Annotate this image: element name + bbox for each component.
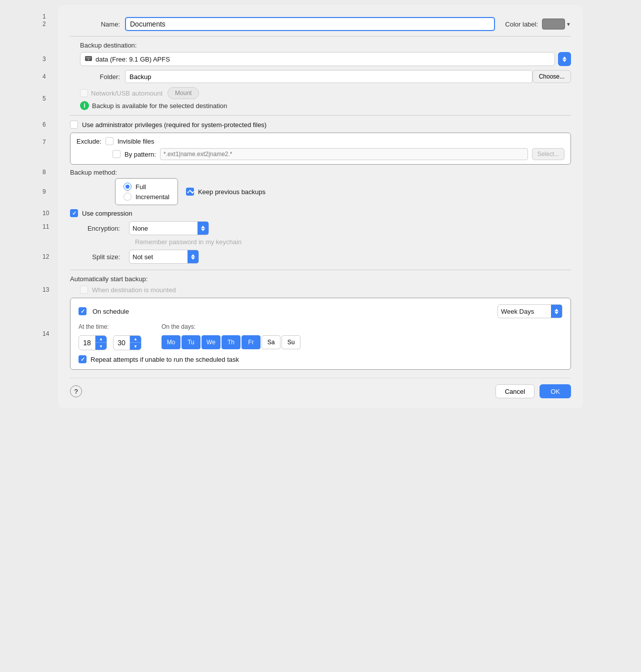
frequency-stepper[interactable] <box>551 305 562 318</box>
svg-point-2 <box>88 59 90 60</box>
select-button[interactable]: Select... <box>532 148 564 160</box>
method-box-section: 9 Full Incremental ✓ Keep previous b <box>115 178 571 205</box>
name-input[interactable] <box>125 17 495 31</box>
remember-text: Remember password in my keychain <box>135 238 242 246</box>
mount-button[interactable]: Mount <box>168 87 199 99</box>
day-button-we[interactable]: We <box>202 335 220 349</box>
by-pattern-label: By pattern: <box>124 151 156 158</box>
split-size-row: 12 Split size: Not set <box>70 250 571 264</box>
destination-stepper[interactable] <box>558 52 571 66</box>
destination-value: data (Free: 9.1 GB) APFS <box>96 56 550 63</box>
encryption-stepper[interactable] <box>198 222 208 235</box>
day-button-th[interactable]: Th <box>222 335 240 349</box>
on-schedule-checkbox[interactable]: ✓ <box>78 307 86 315</box>
split-stepper[interactable] <box>188 250 198 263</box>
minute-up-arrow[interactable]: ▲ <box>130 336 141 343</box>
full-radio-row: Full <box>124 183 170 191</box>
encryption-section: 11 Encryption: None Remember password in… <box>70 221 571 246</box>
split-size-value: Not set <box>132 253 186 261</box>
automount-area: Network/USB automount <box>80 89 162 97</box>
line-12: 12 <box>42 253 49 260</box>
automount-checkbox[interactable] <box>80 89 88 97</box>
compression-checkbox[interactable]: ✓ <box>70 209 78 217</box>
day-button-tu[interactable]: Tu <box>182 335 200 349</box>
frequency-select[interactable]: Week Days <box>498 304 562 318</box>
encryption-select[interactable]: None <box>129 221 209 235</box>
line-14: 14 <box>42 330 49 337</box>
line-13: 13 <box>42 286 49 293</box>
enc-chevrons <box>201 226 205 231</box>
ok-button[interactable]: OK <box>540 384 571 398</box>
chevron-down-icon <box>562 60 566 62</box>
compression-row: 10 ✓ Use compression <box>70 209 571 217</box>
method-area: Full Incremental ✓ Keep previous backups <box>115 178 571 205</box>
hour-down-arrow[interactable]: ▼ <box>96 343 106 350</box>
full-radio[interactable] <box>124 183 132 191</box>
line-9: 9 <box>42 188 46 195</box>
time-days-row: At the time: 18 ▲ ▼ 30 <box>78 323 562 350</box>
enc-down-icon <box>201 229 205 231</box>
choose-button[interactable]: Choose... <box>532 70 571 83</box>
compression-check-icon: ✓ <box>72 210 76 217</box>
mount-row: Network/USB automount Mount <box>80 87 571 99</box>
repeat-checkbox[interactable]: ✓ <box>78 355 86 363</box>
remember-row: Remember password in my keychain <box>135 238 571 246</box>
split-down-icon <box>191 257 195 260</box>
split-size-select[interactable]: Not set <box>129 250 199 264</box>
info-text: Backup is available for the selected des… <box>92 102 227 110</box>
day-button-su[interactable]: Su <box>282 335 300 349</box>
line-4: 4 <box>42 73 46 80</box>
exclude-section: 7 Exclude: Invisible files By pattern: S… <box>70 133 571 165</box>
hour-value: 18 <box>79 338 95 348</box>
at-time-label: At the time: <box>78 323 142 330</box>
invisible-files-checkbox[interactable] <box>106 137 114 145</box>
color-label-area: Color label: ▼ <box>505 19 571 30</box>
schedule-section: 14 ✓ On schedule Week Days <box>70 298 571 370</box>
line-6: 6 <box>42 121 46 128</box>
minute-arrows[interactable]: ▲ ▼ <box>130 336 141 350</box>
destination-field[interactable]: data (Free: 9.1 GB) APFS <box>80 52 555 66</box>
hour-up-arrow[interactable]: ▲ <box>96 336 106 343</box>
line-3: 3 <box>42 56 46 63</box>
dialog-footer: ? Cancel OK <box>70 378 571 398</box>
minute-stepper[interactable]: 30 ▲ ▼ <box>113 335 142 350</box>
folder-input[interactable] <box>125 70 532 83</box>
cancel-button[interactable]: Cancel <box>496 384 534 398</box>
auto-backup-section: Automatically start backup: <box>70 275 571 283</box>
incremental-radio[interactable] <box>124 193 132 201</box>
keep-backups-checkbox[interactable]: ✓ <box>186 188 194 196</box>
split-up-icon <box>191 254 195 257</box>
repeat-label: Repeat attempts if unable to run the sch… <box>90 356 239 363</box>
color-chevron[interactable]: ▼ <box>566 22 571 27</box>
exclude-label: Exclude: <box>76 138 102 145</box>
admin-row: 6 Use administrator privileges (required… <box>70 121 571 129</box>
color-swatch[interactable] <box>542 19 565 30</box>
destination-row: 3 data (Free: 9.1 GB) APFS <box>80 52 571 66</box>
by-pattern-checkbox[interactable] <box>112 150 120 158</box>
hour-stepper[interactable]: 18 ▲ ▼ <box>78 335 107 350</box>
freq-up-icon <box>554 309 558 311</box>
day-button-sa[interactable]: Sa <box>262 335 280 349</box>
day-button-mo[interactable]: Mo <box>162 335 180 349</box>
help-button[interactable]: ? <box>70 385 82 397</box>
schedule-check-icon: ✓ <box>80 308 85 315</box>
chevron-up-icon <box>562 57 566 59</box>
repeat-check-icon: ✓ <box>80 356 85 363</box>
pattern-input[interactable] <box>160 148 528 160</box>
svg-rect-1 <box>86 57 91 59</box>
line-1: 1 <box>42 13 46 20</box>
admin-checkbox[interactable] <box>70 121 78 129</box>
method-box: Full Incremental <box>115 178 178 205</box>
invisible-files-row: Exclude: Invisible files <box>76 137 564 145</box>
days-col: On the days: MoTuWeThFrSaSu <box>162 323 300 349</box>
radio-filled-dot <box>126 185 130 189</box>
minute-down-arrow[interactable]: ▼ <box>130 343 141 350</box>
backup-method-section: 8 Backup method: <box>70 169 571 176</box>
exclude-box: Exclude: Invisible files By pattern: Sel… <box>70 133 571 165</box>
info-row: i Backup is available for the selected d… <box>80 101 571 110</box>
when-mounted-checkbox[interactable] <box>80 286 88 294</box>
freq-down-icon <box>554 312 558 314</box>
hour-arrows[interactable]: ▲ ▼ <box>95 336 106 350</box>
day-button-fr[interactable]: Fr <box>242 335 260 349</box>
schedule-box: ✓ On schedule Week Days <box>70 298 571 370</box>
